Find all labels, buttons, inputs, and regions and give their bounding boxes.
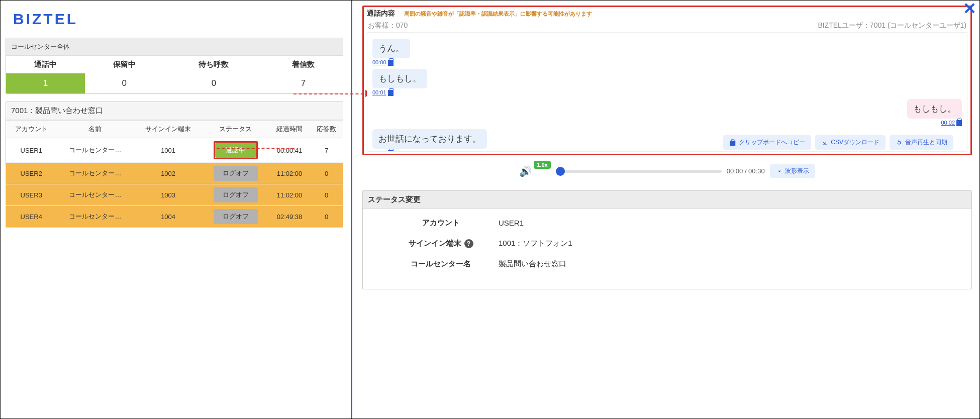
player-time: 00:00 / 00:30	[727, 167, 765, 175]
agent-label: BIZTELユーザ：7001 (コールセンターユーザ1)	[818, 21, 966, 30]
cell-term: 1001	[134, 138, 203, 163]
cell-elapsed: 11:02:00	[269, 184, 311, 206]
stat-value: 0	[164, 73, 264, 93]
wave-label: 波形表示	[785, 167, 809, 175]
download-icon	[821, 139, 828, 146]
call-contents-panel: ✕ 通話内容 周囲の騒音や雑音が「認識率・認識結果表示」に影響する可能性がありま…	[362, 6, 972, 155]
status-value: 製品問い合わせ窓口	[499, 259, 566, 269]
slider-thumb[interactable]	[556, 167, 565, 176]
close-icon[interactable]: ✕	[963, 0, 976, 18]
call-title: 通話内容	[367, 9, 395, 17]
cell-name: コールセンター…	[56, 206, 134, 228]
copy-label: クリップボードへコピー	[739, 138, 805, 147]
timestamp-link[interactable]: 00:02	[941, 120, 955, 126]
cell-ans: 0	[310, 163, 343, 184]
message-timestamp: 00:01	[372, 89, 729, 96]
cell-status: 通話中	[203, 138, 269, 163]
queue-panel: 7001：製品問い合わせ窓口 アカウント名前サインイン端末ステータス経過時間応答…	[6, 101, 343, 228]
volume-icon[interactable]: 🔊	[519, 165, 532, 177]
status-change-panel: ステータス変更 アカウントUSER1サインイン端末?1001：ソフトフォン1コー…	[362, 190, 972, 289]
cell-acct: USER1	[6, 138, 56, 163]
timestamp-link[interactable]: 00:00	[372, 59, 386, 65]
logo: BIZTEL	[6, 6, 343, 38]
agent-row[interactable]: USER1コールセンター…1001通話中00:00:417	[6, 138, 343, 163]
speed-badge[interactable]: 1.0x	[534, 161, 550, 169]
status-badge[interactable]: ログオフ	[214, 166, 258, 181]
status-label: アカウント	[383, 218, 499, 228]
cell-acct: USER3	[6, 184, 56, 206]
timestamp-link[interactable]: 00:01	[372, 89, 386, 95]
cell-ans: 0	[310, 206, 343, 228]
status-badge[interactable]: 通話中	[215, 143, 256, 158]
message-timestamp: 00:03	[372, 150, 729, 152]
cell-elapsed: 02:49:38	[269, 206, 311, 228]
message-bubble: もしもし。	[907, 99, 962, 119]
seek-slider[interactable]	[556, 170, 722, 173]
annotation-highlight: 通話中	[214, 141, 258, 159]
cell-acct: USER2	[6, 163, 56, 184]
agent-row[interactable]: USER3コールセンター…1003ログオフ11:02:000	[6, 184, 343, 206]
customer-label: お客様：070	[368, 21, 408, 30]
message-bubble: うん。	[372, 39, 410, 58]
call-warning: 周囲の騒音や雑音が「認識率・認識結果表示」に影響する可能性があります	[404, 11, 592, 17]
cell-term: 1003	[134, 184, 203, 206]
status-row: コールセンター名製品問い合わせ窓口	[383, 259, 951, 269]
csv-label: CSVダウンロード	[831, 138, 879, 147]
message-timestamp: 00:02	[606, 120, 962, 126]
stat-header: 通話中	[6, 56, 85, 73]
clipboard-icon[interactable]	[388, 150, 394, 152]
csv-download-button[interactable]: CSVダウンロード	[815, 135, 886, 150]
message: もしもし。00:01	[372, 69, 729, 96]
status-badge[interactable]: ログオフ	[214, 187, 258, 202]
col-header: ステータス	[203, 121, 269, 138]
clipboard-icon[interactable]	[956, 120, 962, 126]
cell-ans: 0	[310, 184, 343, 206]
cell-name: コールセンター…	[56, 138, 134, 163]
copy-clipboard-button[interactable]: クリップボードへコピー	[723, 135, 811, 150]
cell-term: 1002	[134, 163, 203, 184]
status-label: サインイン端末?	[383, 239, 499, 248]
status-change-title: ステータス変更	[363, 191, 971, 209]
status-row: サインイン端末?1001：ソフトフォン1	[383, 239, 951, 248]
stat-header: 保留中	[85, 56, 164, 73]
message-timestamp: 00:00	[372, 59, 729, 66]
message-bubble: お世話になっております。	[372, 129, 487, 149]
status-label: コールセンター名	[383, 259, 499, 269]
status-row: アカウントUSER1	[383, 218, 951, 228]
agent-row[interactable]: USER2コールセンター…1002ログオフ11:02:000	[6, 163, 343, 184]
cell-status: ログオフ	[203, 184, 269, 206]
message: お世話になっております。00:03	[372, 129, 729, 152]
stat-value: 7	[264, 73, 343, 93]
message-bubble: もしもし。	[372, 69, 427, 88]
col-header: アカウント	[6, 121, 56, 138]
stat-header: 待ち呼数	[164, 56, 264, 73]
cell-acct: USER4	[6, 206, 56, 228]
agent-row[interactable]: USER4コールセンター…1004ログオフ02:49:380	[6, 206, 343, 228]
transcript-area[interactable]: うん。00:00もしもし。00:01もしもし。00:02お世話になっております。…	[367, 32, 967, 152]
message: もしもし。00:02	[606, 99, 962, 126]
overview-panel: コールセンター全体 通話中保留中待ち呼数着信数 1007	[6, 38, 343, 94]
help-icon[interactable]: ?	[464, 239, 473, 248]
timestamp-link[interactable]: 00:03	[372, 150, 386, 152]
stat-value: 0	[85, 73, 164, 93]
cell-name: コールセンター…	[56, 163, 134, 184]
col-header: サインイン端末	[134, 121, 203, 138]
clipboard-icon[interactable]	[388, 90, 394, 96]
sync-audio-button[interactable]: 音声再生と同期	[890, 135, 953, 150]
stat-value: 1	[6, 73, 85, 93]
clipboard-icon	[729, 139, 736, 146]
cell-name: コールセンター…	[56, 184, 134, 206]
status-value: 1001：ソフトフォン1	[499, 239, 572, 248]
status-value: USER1	[499, 219, 524, 227]
stat-header: 着信数	[264, 56, 343, 73]
clipboard-icon[interactable]	[388, 60, 394, 66]
sync-icon	[896, 139, 903, 146]
audio-player: 🔊 1.0x 00:00 / 00:30 波形表示	[362, 164, 972, 178]
cell-status: ログオフ	[203, 206, 269, 228]
cell-elapsed: 11:02:00	[269, 163, 311, 184]
col-header: 名前	[56, 121, 134, 138]
status-badge[interactable]: ログオフ	[214, 209, 258, 224]
waveform-button[interactable]: 波形表示	[770, 164, 815, 178]
cell-status: ログオフ	[203, 163, 269, 184]
sync-label: 音声再生と同期	[905, 138, 947, 147]
